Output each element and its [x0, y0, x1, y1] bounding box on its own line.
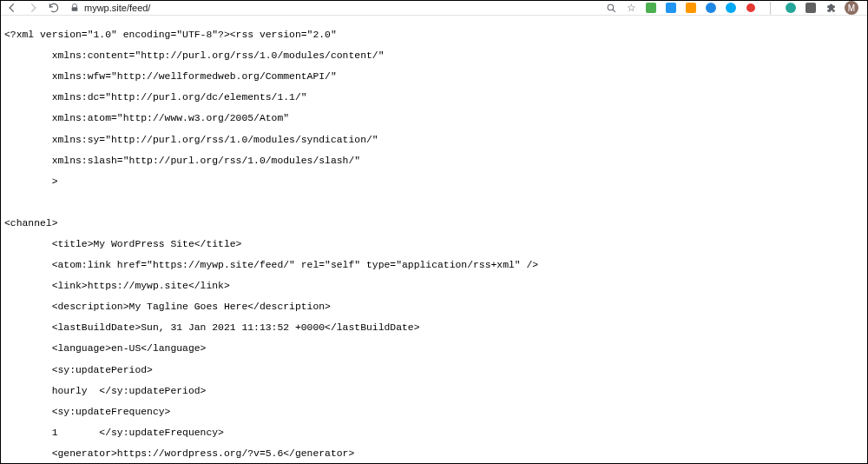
- xml-line: <generator>https://wordpress.org/?v=5.6<…: [4, 448, 864, 459]
- xml-line: xmlns:content="http://purl.org/rss/1.0/m…: [4, 50, 864, 61]
- xml-line: xmlns:atom="http://www.w3.org/2005/Atom": [4, 113, 864, 123]
- forward-button[interactable]: [27, 2, 39, 14]
- xml-line: <title>My WordPress Site</title>: [4, 239, 864, 249]
- xml-line: xmlns:dc="http://purl.org/dc/elements/1.…: [4, 92, 864, 103]
- svg-rect-0: [72, 7, 78, 11]
- reload-button[interactable]: [48, 2, 60, 14]
- nav-buttons: [6, 2, 60, 14]
- extension-1-icon[interactable]: [645, 2, 657, 14]
- xml-line: hourly </sy:updatePeriod>: [4, 386, 864, 396]
- bookmark-star-icon[interactable]: ☆: [625, 2, 637, 14]
- profile-avatar[interactable]: M: [845, 1, 858, 15]
- xml-line: <atom:link href="https://mywp.site/feed/…: [4, 260, 864, 270]
- extension-5-icon[interactable]: [725, 2, 737, 14]
- back-button[interactable]: [6, 2, 18, 14]
- xml-line: 1 </sy:updateFrequency>: [4, 428, 864, 438]
- xml-line: xmlns:sy="http://purl.org/rss/1.0/module…: [4, 135, 864, 145]
- xml-line: <language>en-US</language>: [4, 343, 864, 354]
- zoom-icon[interactable]: [605, 2, 617, 14]
- xml-line: <?xml version="1.0" encoding="UTF-8"?><r…: [4, 30, 864, 40]
- xml-line: <sy:updatePeriod>: [4, 365, 864, 375]
- xml-line: >: [4, 176, 864, 187]
- lock-icon: [70, 3, 79, 12]
- xml-line: xmlns:wfw="http://wellformedweb.org/Comm…: [4, 71, 864, 82]
- svg-point-1: [608, 4, 614, 10]
- xml-line: <link>https://mywp.site</link>: [4, 281, 864, 291]
- extension-9-icon[interactable]: [805, 2, 817, 14]
- browser-window: mywp.site/feed/ ☆ │ M <?xml version="1.0…: [0, 0, 868, 464]
- page-content-raw-xml: <?xml version="1.0" encoding="UTF-8"?><r…: [1, 16, 867, 463]
- url-text: mywp.site/feed/: [84, 3, 150, 13]
- xml-line: xmlns:slash="http://purl.org/rss/1.0/mod…: [4, 156, 864, 166]
- xml-line: [4, 197, 864, 208]
- extension-7-divider: │: [765, 2, 777, 14]
- extension-3-icon[interactable]: [685, 2, 697, 14]
- extension-2-icon[interactable]: [665, 2, 677, 14]
- extension-8-icon[interactable]: [785, 2, 797, 14]
- extension-6-icon[interactable]: [745, 2, 757, 14]
- xml-line: <channel>: [4, 218, 864, 229]
- xml-line: <sy:updateFrequency>: [4, 407, 864, 417]
- xml-line: <lastBuildDate>Sun, 31 Jan 2021 11:13:52…: [4, 322, 864, 333]
- extensions-menu-icon[interactable]: [825, 2, 837, 14]
- extension-icons: ☆ │ M: [605, 1, 862, 15]
- browser-toolbar: mywp.site/feed/ ☆ │ M: [1, 1, 867, 16]
- address-bar[interactable]: mywp.site/feed/: [70, 3, 150, 13]
- extension-4-icon[interactable]: [705, 2, 717, 14]
- xml-line: <description>My Tagline Goes Here</descr…: [4, 302, 864, 312]
